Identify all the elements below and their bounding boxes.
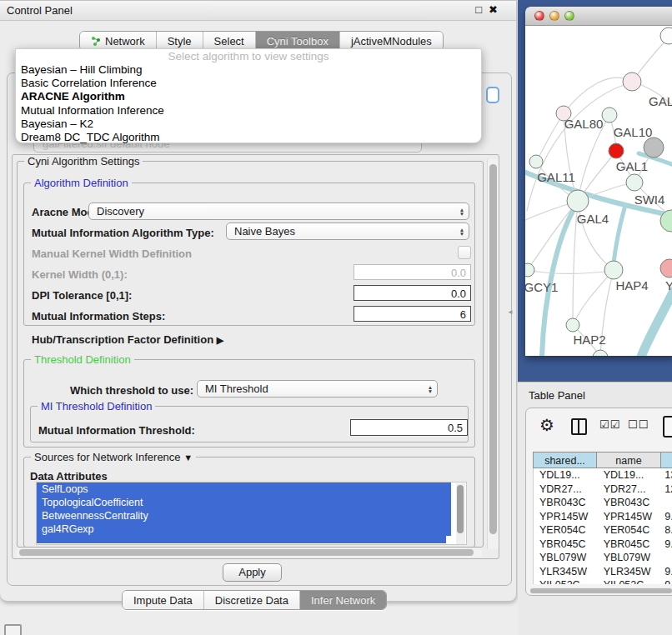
table-row[interactable]: YPR145WYPR145W9. <box>534 510 672 524</box>
network-edge[interactable] <box>614 208 624 262</box>
sources-title[interactable]: Sources for Network Inference ▼ <box>31 451 196 463</box>
network-node[interactable] <box>660 259 672 278</box>
tab-infer-network[interactable]: Infer Network <box>299 591 386 609</box>
network-window-titlebar[interactable] <box>525 7 672 26</box>
scrollbar-thumb[interactable] <box>489 164 497 534</box>
settings-vertical-scrollbar[interactable] <box>487 159 499 549</box>
tab-cyni-toolbox[interactable]: Cyni Toolbox <box>255 32 339 50</box>
tab-select[interactable]: Select <box>203 32 255 50</box>
table-horizontal-scrollbar[interactable] <box>529 588 672 594</box>
network-node[interactable] <box>644 138 664 158</box>
attribute-list-item[interactable] <box>37 536 446 543</box>
attribute-list-item[interactable]: SelfLoops <box>37 482 451 496</box>
dropdown-option[interactable]: Dream8 DC_TDC Algorithm <box>16 131 481 144</box>
mi-threshold-field[interactable]: 0.5 <box>350 419 468 436</box>
node-label: SWI4 <box>634 192 665 207</box>
dropdown-option[interactable]: Bayesian – Hill Climbing <box>16 63 481 77</box>
attribute-list-item[interactable]: TopologicalCoefficient <box>37 496 451 509</box>
minimize-traffic-light-icon[interactable] <box>549 11 559 21</box>
tab-label: Impute Data <box>133 594 193 607</box>
table-panel-area: Table Panel ⚙ ☑☑ ☐☐ shared...name YDL19.… <box>518 382 672 635</box>
column-header[interactable]: shared... <box>533 452 597 468</box>
tab-impute-data[interactable]: Impute Data <box>123 591 203 609</box>
dropdown-option[interactable]: Mutual Information Inference <box>16 104 481 118</box>
network-node[interactable] <box>529 155 543 168</box>
tab-discretize-data[interactable]: Discretize Data <box>203 591 299 609</box>
table-row[interactable]: YBR045CYBR045C9. <box>534 538 672 552</box>
scrollbar-thumb[interactable] <box>457 485 464 533</box>
scrollbar-thumb[interactable] <box>19 549 474 556</box>
table-row[interactable]: YLR345WYLR345W9. <box>534 565 672 579</box>
network-node[interactable] <box>602 108 617 122</box>
network-node[interactable] <box>604 261 623 279</box>
tab-jactivemnodules[interactable]: jActiveMNodules <box>339 32 443 50</box>
network-edge[interactable] <box>564 78 632 113</box>
network-node[interactable] <box>660 28 672 44</box>
close-traffic-light-icon[interactable] <box>534 11 544 21</box>
table-cell: YBR045C <box>534 538 598 552</box>
zoom-traffic-light-icon[interactable] <box>564 11 574 21</box>
table-cell: YIL052C <box>598 578 662 584</box>
dpi-tolerance-field[interactable]: 0.0 <box>354 285 471 301</box>
mi-steps-field[interactable]: 6 <box>354 306 471 322</box>
network-node[interactable] <box>623 72 641 91</box>
network-edge[interactable] <box>536 115 563 162</box>
focused-combo-edge[interactable] <box>486 87 499 103</box>
table-row[interactable]: YBL079WYBL079W <box>534 551 672 565</box>
column-header[interactable] <box>661 452 672 468</box>
table-cell: YDR27... <box>534 482 598 497</box>
list-vertical-scrollbar[interactable] <box>456 483 465 544</box>
attribute-list-item[interactable]: BetweennessCentrality <box>37 509 451 522</box>
network-node[interactable] <box>525 263 534 277</box>
table-cell: 9. <box>661 538 672 552</box>
combo-stepper-icon: ▲▼ <box>455 228 469 236</box>
new-table-icon[interactable] <box>663 416 672 438</box>
hub-definition-toggle[interactable]: Hub/Transcription Factor Definition ▶ <box>32 333 223 346</box>
mi-type-combobox[interactable]: Naive Bayes ▲▼ <box>226 222 469 240</box>
table-cell: 9. <box>661 578 672 584</box>
data-attributes-list[interactable]: SelfLoopsTopologicalCoefficientBetweenne… <box>36 482 467 545</box>
gear-icon[interactable]: ⚙ <box>539 415 554 435</box>
network-node[interactable] <box>566 318 579 332</box>
dropdown-option[interactable]: Bayesian – K2 <box>16 118 481 131</box>
dropdown-option[interactable]: ARACNE Algorithm <box>16 90 481 103</box>
splitter-arrow-icon[interactable]: ◄ <box>507 308 514 316</box>
network-node[interactable] <box>626 174 643 191</box>
columns-icon[interactable] <box>571 418 587 435</box>
tab-network[interactable]: Network <box>80 32 156 50</box>
expanded-arrow-icon[interactable]: ▼ <box>183 452 193 462</box>
attribute-list-item[interactable]: gal4RGexp <box>37 522 451 536</box>
settings-horizontal-scrollbar[interactable] <box>17 548 482 558</box>
network-edge[interactable] <box>641 291 672 356</box>
dropdown-option[interactable]: Basic Correlation Inference <box>16 77 481 90</box>
network-canvas[interactable]: GAL80GAL10GALGAL11GAL1SWI4GAL4GCY1HAP4YH… <box>525 26 672 356</box>
apply-button[interactable]: Apply <box>223 563 282 582</box>
table-cell: 9. <box>661 565 672 579</box>
network-node[interactable] <box>593 350 608 356</box>
unchecked-boxes-icon[interactable]: ☐☐ <box>628 418 649 431</box>
table-row[interactable]: YDL19...YDL19...13 <box>534 468 672 482</box>
minimized-panel-icon[interactable] <box>4 624 22 635</box>
scrollbar-thumb[interactable] <box>530 588 672 593</box>
aracne-mode-combobox[interactable]: Discovery ▲▼ <box>88 202 469 220</box>
control-panel-window: Control Panel □✖ NetworkStyleSelectCyni … <box>0 0 517 602</box>
network-edge[interactable] <box>528 270 612 274</box>
table-row[interactable]: YIL052CYIL052C9. <box>534 578 672 584</box>
close-panel-icon[interactable]: ✖ <box>489 3 504 16</box>
table-row[interactable]: YER054CYER054C8. <box>534 523 672 538</box>
panel-title: Control Panel <box>7 4 73 17</box>
collapsed-arrow-icon[interactable]: ▶ <box>217 335 223 345</box>
tab-style[interactable]: Style <box>156 32 203 50</box>
tab-label: jActiveMNodules <box>351 35 432 48</box>
table-cell: YBL079W <box>534 551 598 565</box>
network-node[interactable] <box>567 190 589 212</box>
kernel-width-field[interactable]: 0.0 <box>354 264 471 280</box>
float-panel-icon[interactable]: □ <box>475 3 489 16</box>
table-row[interactable]: YDR27...YDR27...12 <box>534 482 672 497</box>
network-node[interactable] <box>609 143 624 158</box>
checked-boxes-icon[interactable]: ☑☑ <box>599 418 620 431</box>
manual-kernel-checkbox[interactable] <box>458 246 471 259</box>
column-header[interactable]: name <box>597 452 661 468</box>
which-threshold-combobox[interactable]: MI Threshold ▲▼ <box>197 380 438 398</box>
table-row[interactable]: YBR043CYBR043C <box>534 496 672 510</box>
